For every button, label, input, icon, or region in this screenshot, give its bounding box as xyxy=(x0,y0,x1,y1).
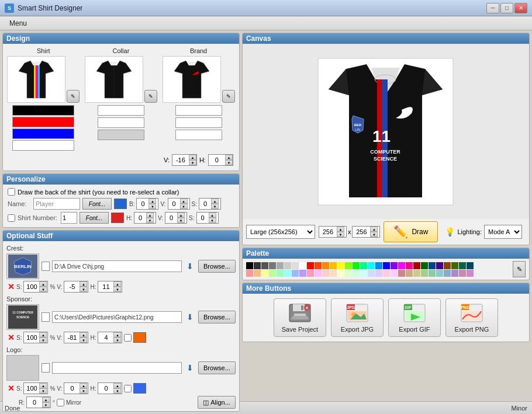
nv-down[interactable]: ▼ xyxy=(180,204,188,209)
shirt-color-red[interactable] xyxy=(12,117,74,127)
export-gif-button[interactable]: GIF Export GIF xyxy=(388,298,441,337)
ns-input[interactable] xyxy=(199,200,211,207)
palette-cell[interactable] xyxy=(261,262,268,269)
palette-cell[interactable] xyxy=(299,262,306,269)
palette-cell[interactable] xyxy=(429,262,436,269)
sponsor-download-button[interactable]: ⬇ xyxy=(184,311,196,323)
palette-cell[interactable] xyxy=(254,262,261,269)
crest-s-down[interactable]: ▼ xyxy=(39,287,47,292)
logo-r-up[interactable]: ▲ xyxy=(42,397,50,402)
palette-cell[interactable] xyxy=(261,270,268,277)
logo-h-down[interactable]: ▼ xyxy=(113,388,121,394)
palette-cell[interactable] xyxy=(459,262,466,269)
palette-cell[interactable] xyxy=(315,262,322,269)
name-input[interactable] xyxy=(33,198,80,210)
palette-cell[interactable] xyxy=(292,270,299,277)
b-input[interactable] xyxy=(137,200,148,207)
align-button[interactable]: ◫ Align... xyxy=(198,396,236,409)
v-spin-up[interactable]: ▲ xyxy=(189,155,196,160)
palette-cell[interactable] xyxy=(330,270,337,277)
width-down[interactable]: ▼ xyxy=(337,232,344,237)
palette-cell[interactable] xyxy=(345,262,352,269)
crest-v-up[interactable]: ▲ xyxy=(80,281,87,287)
palette-cell[interactable] xyxy=(337,270,344,277)
palette-edit-button[interactable]: ✎ xyxy=(513,261,526,277)
menu-item-menu[interactable]: Menu xyxy=(5,18,32,29)
palette-cell[interactable] xyxy=(353,270,360,277)
logo-h-input[interactable] xyxy=(98,385,113,392)
canvas-area[interactable]: 11 COMPUTER SCIENCE BER LIN xyxy=(243,44,529,219)
logo-r-input[interactable] xyxy=(27,399,42,406)
brand-edit-button[interactable]: ✎ xyxy=(222,90,235,103)
shirt-color-black[interactable] xyxy=(12,105,74,116)
logo-h-up[interactable]: ▲ xyxy=(113,383,121,388)
minimize-button[interactable]: ─ xyxy=(486,3,499,13)
number-checkbox[interactable] xyxy=(8,214,15,222)
back-checkbox[interactable] xyxy=(8,188,15,196)
nv2-up[interactable]: ▲ xyxy=(177,213,185,218)
palette-cell[interactable] xyxy=(292,262,299,269)
collar-color-2[interactable] xyxy=(98,117,144,128)
restore-button[interactable]: □ xyxy=(500,3,513,13)
crest-download-button[interactable]: ⬇ xyxy=(184,260,196,272)
logo-r-down[interactable]: ▼ xyxy=(42,402,50,408)
shirt-preview[interactable] xyxy=(7,56,65,103)
palette-cell[interactable] xyxy=(307,270,314,277)
brand-preview[interactable] xyxy=(163,56,221,103)
canvas-width-input[interactable] xyxy=(319,228,337,235)
brand-color-2[interactable] xyxy=(175,117,222,128)
ns2-up[interactable]: ▲ xyxy=(209,213,216,218)
palette-cell[interactable] xyxy=(375,262,382,269)
sponsor-v-down[interactable]: ▼ xyxy=(80,338,87,343)
logo-browse-button[interactable]: Browse... xyxy=(198,361,236,374)
logo-download-button[interactable]: ⬇ xyxy=(184,362,196,374)
sponsor-s-up[interactable]: ▲ xyxy=(39,332,47,338)
logo-v-up[interactable]: ▲ xyxy=(80,383,87,388)
palette-cell[interactable] xyxy=(444,270,451,277)
ns2-input[interactable] xyxy=(197,214,209,221)
h-spin-up[interactable]: ▲ xyxy=(225,155,233,160)
palette-cell[interactable] xyxy=(451,270,458,277)
logo-s-down[interactable]: ▼ xyxy=(39,388,47,394)
sponsor-h-down[interactable]: ▼ xyxy=(113,338,121,343)
crest-v-down[interactable]: ▼ xyxy=(80,287,87,292)
crest-s-up[interactable]: ▲ xyxy=(39,281,47,287)
nv-up[interactable]: ▲ xyxy=(180,199,188,204)
palette-cell[interactable] xyxy=(284,262,291,269)
ns2-down[interactable]: ▼ xyxy=(209,218,216,223)
draw-button[interactable]: ✏️ Draw xyxy=(384,221,438,242)
v-input[interactable] xyxy=(172,156,189,163)
crest-s-input[interactable] xyxy=(24,283,39,290)
palette-cell[interactable] xyxy=(467,262,474,269)
nv-input[interactable] xyxy=(168,200,180,207)
palette-cell[interactable] xyxy=(315,270,322,277)
nv2-down[interactable]: ▼ xyxy=(177,218,185,223)
palette-cell[interactable] xyxy=(284,270,291,277)
palette-cell[interactable] xyxy=(406,262,413,269)
palette-cell[interactable] xyxy=(375,270,382,277)
shirt-edit-button[interactable]: ✎ xyxy=(67,90,80,103)
shirt-color-blue[interactable] xyxy=(12,128,74,139)
sponsor-browse-button[interactable]: Browse... xyxy=(198,311,236,323)
sponsor-v-up[interactable]: ▲ xyxy=(80,332,87,338)
palette-cell[interactable] xyxy=(330,262,337,269)
canvas-height-input[interactable] xyxy=(353,228,370,235)
nv2-input[interactable] xyxy=(165,214,177,221)
palette-cell[interactable] xyxy=(413,262,420,269)
name-font-button[interactable]: Font... xyxy=(82,198,112,210)
palette-cell[interactable] xyxy=(307,262,314,269)
logo-o-checkbox[interactable] xyxy=(124,385,132,392)
palette-cell[interactable] xyxy=(429,270,436,277)
palette-cell[interactable] xyxy=(406,270,413,277)
number-color-swatch[interactable] xyxy=(111,213,124,223)
palette-cell[interactable] xyxy=(436,262,443,269)
palette-cell[interactable] xyxy=(436,270,443,277)
crest-remove-button[interactable]: ✕ xyxy=(8,283,15,291)
save-project-button[interactable]: ✕ Save Project xyxy=(274,298,326,337)
h-spin-down[interactable]: ▼ xyxy=(225,160,233,165)
palette-cell[interactable] xyxy=(269,270,276,277)
logo-v-down[interactable]: ▼ xyxy=(80,388,87,394)
sponsor-s-down[interactable]: ▼ xyxy=(39,338,47,343)
close-button[interactable]: ✕ xyxy=(514,3,527,13)
h-input[interactable] xyxy=(209,156,225,163)
